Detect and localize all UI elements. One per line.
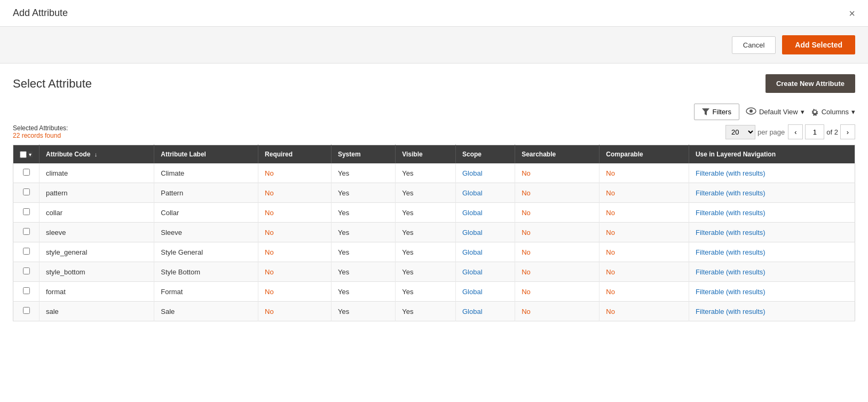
cell-required: No [258, 282, 332, 302]
table-header-row: ▾ Attribute Code ↓ Attribute Label Requi… [13, 145, 855, 164]
table-row: climate Climate No Yes Yes Global No No … [13, 163, 855, 183]
cell-required: No [258, 223, 332, 242]
cell-use-in-layered-nav: Filterable (with results) [689, 262, 855, 282]
cancel-button[interactable]: Cancel [732, 36, 776, 54]
cell-attribute-code: pattern [40, 183, 154, 203]
cell-searchable: No [515, 262, 599, 282]
th-comparable: Comparable [599, 145, 689, 164]
th-searchable: Searchable [515, 145, 599, 164]
per-page-label: per page [757, 128, 785, 136]
cell-attribute-label: Style Bottom [154, 262, 258, 282]
cell-searchable: No [515, 242, 599, 262]
cell-use-in-layered-nav: Filterable (with results) [689, 242, 855, 262]
gear-icon [811, 108, 819, 116]
cell-searchable: No [515, 302, 599, 321]
cell-attribute-code: style_general [40, 242, 154, 262]
row-checkbox-cell [13, 302, 40, 321]
row-checkbox-cell [13, 262, 40, 282]
columns-label: Columns [822, 108, 849, 116]
cell-scope: Global [455, 262, 515, 282]
cell-attribute-label: Sale [154, 302, 258, 321]
table-row: collar Collar No Yes Yes Global No No Fi… [13, 203, 855, 223]
cell-attribute-label: Collar [154, 203, 258, 223]
cell-system: Yes [331, 262, 395, 282]
cell-visible: Yes [396, 203, 456, 223]
view-label: Default View [759, 108, 798, 116]
cell-scope: Global [455, 302, 515, 321]
row-checkbox-5[interactable] [23, 267, 30, 274]
close-button[interactable]: × [849, 8, 855, 19]
cell-attribute-code: sale [40, 302, 154, 321]
filters-label: Filters [713, 108, 731, 116]
cell-required: No [258, 262, 332, 282]
per-page-select: 20 50 100 200 per page [725, 125, 785, 139]
select-all-checkbox[interactable] [20, 151, 27, 158]
row-checkbox-cell [13, 163, 40, 183]
row-checkbox-0[interactable] [23, 169, 30, 176]
cell-scope: Global [455, 223, 515, 242]
svg-point-2 [749, 109, 753, 113]
page-nav: ‹ of 2 › [788, 124, 855, 139]
modal-header: Add Attribute × [0, 0, 868, 27]
row-checkbox-3[interactable] [23, 228, 30, 235]
cell-use-in-layered-nav: Filterable (with results) [689, 183, 855, 203]
cell-comparable: No [599, 163, 689, 183]
cell-visible: Yes [396, 183, 456, 203]
prev-page-button[interactable]: ‹ [788, 124, 803, 139]
th-visible: Visible [396, 145, 456, 164]
cell-comparable: No [599, 223, 689, 242]
cell-visible: Yes [396, 163, 456, 183]
pagination-row: Selected Attributes: 22 records found 20… [13, 124, 855, 139]
data-table: ▾ Attribute Code ↓ Attribute Label Requi… [13, 145, 855, 321]
view-chevron-icon: ▾ [801, 108, 804, 116]
row-checkbox-4[interactable] [23, 248, 30, 255]
row-checkbox-1[interactable] [23, 188, 30, 195]
cell-comparable: No [599, 302, 689, 321]
th-checkbox: ▾ [13, 145, 40, 164]
selected-info: Selected Attributes: 22 records found [13, 124, 68, 139]
row-checkbox-7[interactable] [23, 307, 30, 314]
cell-required: No [258, 203, 332, 223]
th-use-in-layered-nav: Use in Layered Navigation [689, 145, 855, 164]
page-input[interactable] [805, 124, 824, 139]
cell-required: No [258, 183, 332, 203]
cell-system: Yes [331, 282, 395, 302]
filters-button[interactable]: Filters [694, 104, 739, 120]
row-checkbox-6[interactable] [23, 287, 30, 294]
svg-marker-0 [702, 108, 709, 115]
per-page-dropdown[interactable]: 20 50 100 200 [725, 125, 755, 139]
pagination-controls: 20 50 100 200 per page ‹ of 2 › [725, 124, 855, 139]
cell-scope: Global [455, 203, 515, 223]
cell-use-in-layered-nav: Filterable (with results) [689, 203, 855, 223]
table-row: style_bottom Style Bottom No Yes Yes Glo… [13, 262, 855, 282]
th-attribute-code: Attribute Code ↓ [40, 145, 154, 164]
cell-system: Yes [331, 163, 395, 183]
cell-attribute-code: style_bottom [40, 262, 154, 282]
columns-chevron-icon: ▾ [851, 108, 855, 116]
cell-use-in-layered-nav: Filterable (with results) [689, 282, 855, 302]
cell-attribute-label: Climate [154, 163, 258, 183]
cell-attribute-label: Format [154, 282, 258, 302]
cell-visible: Yes [396, 242, 456, 262]
sort-icon[interactable]: ↓ [94, 151, 98, 157]
columns-button[interactable]: Columns ▾ [811, 108, 855, 116]
checkbox-dropdown-button[interactable]: ▾ [28, 152, 33, 157]
cell-use-in-layered-nav: Filterable (with results) [689, 163, 855, 183]
filter-icon [702, 108, 709, 115]
default-view-button[interactable]: Default View ▾ [746, 107, 804, 116]
cell-searchable: No [515, 183, 599, 203]
th-scope: Scope [455, 145, 515, 164]
row-checkbox-cell [13, 223, 40, 242]
cell-scope: Global [455, 282, 515, 302]
next-page-button[interactable]: › [840, 124, 855, 139]
cell-system: Yes [331, 302, 395, 321]
add-selected-button[interactable]: Add Selected [782, 35, 855, 54]
row-checkbox-cell [13, 183, 40, 203]
controls-row: Filters Default View ▾ Columns ▾ [13, 104, 855, 120]
create-new-attribute-button[interactable]: Create New Attribute [766, 74, 855, 93]
cell-required: No [258, 302, 332, 321]
cell-searchable: No [515, 223, 599, 242]
row-checkbox-2[interactable] [23, 208, 30, 215]
cell-visible: Yes [396, 223, 456, 242]
cell-searchable: No [515, 203, 599, 223]
